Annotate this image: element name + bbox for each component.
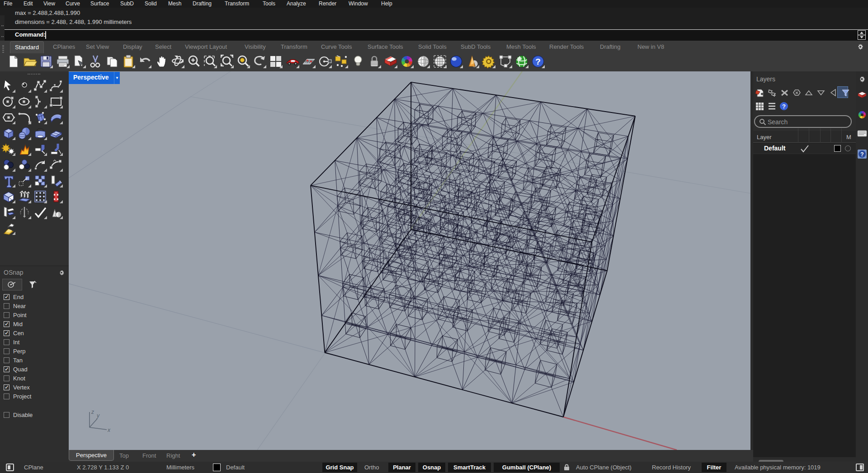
svg-text:?: ?: [860, 151, 863, 158]
svg-text:y: y: [96, 412, 100, 419]
svg-text:z: z: [91, 409, 94, 415]
svg-text:x: x: [107, 427, 111, 433]
svg-text:?: ?: [782, 103, 786, 110]
svg-text:?: ?: [535, 57, 541, 66]
